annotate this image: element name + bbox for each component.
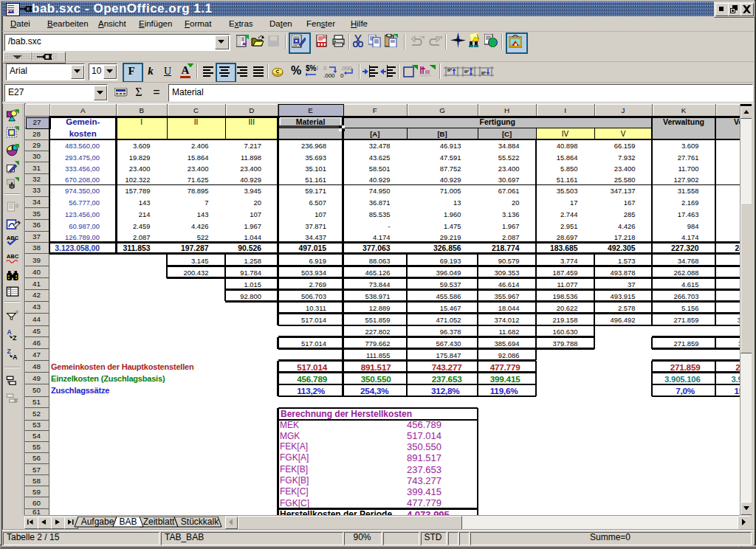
- svg-text:Z: Z: [7, 348, 11, 355]
- svg-text:0: 0: [340, 72, 344, 78]
- svg-text:.000: .000: [340, 65, 352, 72]
- svg-text:ABC: ABC: [7, 235, 19, 241]
- svg-text:.000: .000: [323, 72, 335, 78]
- svg-text:Z: Z: [13, 334, 16, 342]
- svg-text:0: 0: [323, 65, 327, 72]
- svg-text:A: A: [13, 353, 17, 361]
- svg-text:ABC: ABC: [7, 253, 19, 260]
- svg-text:A: A: [7, 328, 12, 336]
- svg-text:$%: $%: [306, 64, 317, 72]
